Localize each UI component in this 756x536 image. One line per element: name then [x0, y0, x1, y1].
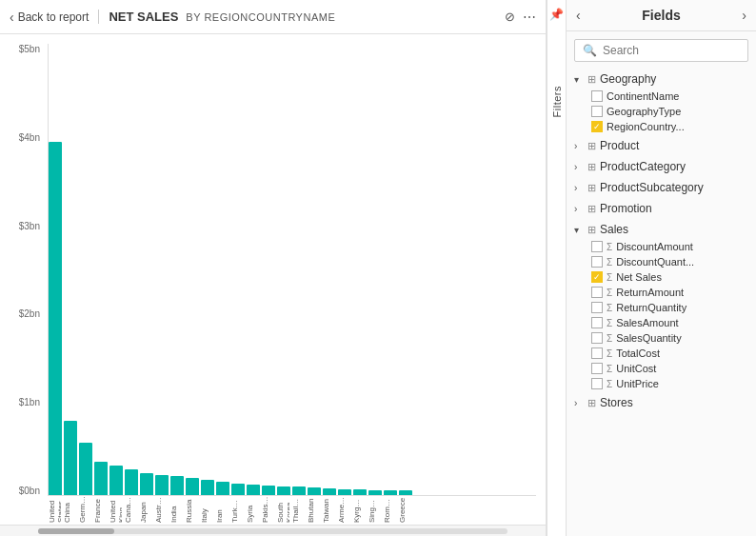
bar-wrapper[interactable] [79, 443, 92, 495]
chevron-icon: › [574, 141, 584, 151]
filters-panel[interactable]: 📌 Filters [547, 0, 566, 536]
bar [323, 488, 336, 495]
table-icon: ⊞ [587, 203, 596, 215]
tree-item[interactable]: ContinentName [584, 89, 756, 104]
item-checkbox[interactable] [591, 302, 603, 313]
bar-wrapper[interactable] [49, 142, 62, 495]
x-axis-label: Russia [185, 496, 198, 523]
item-checkbox[interactable] [591, 256, 603, 268]
y-axis: $5bn$4bn$3bn$2bn$1bn$0bn [10, 44, 44, 496]
tree-item[interactable]: ΣTotalCost [584, 346, 756, 361]
bar [201, 480, 214, 495]
bar-wrapper[interactable] [186, 478, 199, 495]
bar [94, 462, 108, 495]
bar-wrapper[interactable] [201, 480, 214, 495]
tree-group-header[interactable]: ›⊞Promotion [567, 199, 756, 218]
x-axis-label: Germany [78, 496, 91, 523]
tree-group-header[interactable]: ▾⊞Sales [567, 220, 756, 239]
item-checkbox[interactable] [591, 363, 603, 374]
x-axis-label: Singapore [368, 496, 381, 523]
bar-wrapper[interactable] [140, 473, 153, 495]
group-label: Promotion [600, 202, 652, 215]
tree-group-header[interactable]: ›⊞ProductCategory [567, 157, 756, 176]
tree-item[interactable]: ΣUnitPrice [584, 376, 756, 391]
bar-wrapper[interactable] [170, 476, 184, 495]
filter-icon[interactable]: ⊘ [505, 10, 515, 24]
item-checkbox[interactable] [591, 90, 603, 102]
item-checkbox[interactable] [591, 287, 603, 298]
bar-wrapper[interactable] [155, 475, 169, 495]
x-axis-label: Bhutan [307, 496, 320, 523]
bar-wrapper[interactable] [64, 421, 77, 495]
item-checkbox[interactable] [591, 106, 603, 117]
x-axis-label: Syria [246, 496, 259, 523]
bar-wrapper[interactable] [262, 486, 275, 495]
scrollbar-area[interactable] [0, 525, 546, 536]
bar-wrapper[interactable] [353, 489, 367, 495]
chevron-icon: › [574, 162, 584, 172]
bar-wrapper[interactable] [216, 482, 229, 495]
group-label: ProductCategory [600, 160, 686, 173]
back-label: Back to report [18, 10, 90, 24]
tree-group-header[interactable]: ›⊞ProductSubcategory [567, 178, 756, 197]
tree-group: ›⊞ProductCategory [567, 157, 756, 176]
tree-item[interactable]: ΣUnitCost [584, 361, 756, 376]
tree-item[interactable]: ΣSalesAmount [584, 315, 756, 330]
bar [231, 484, 245, 495]
item-label: ReturnAmount [616, 287, 684, 298]
x-axis-label: Japan [139, 496, 152, 523]
item-checkbox[interactable]: ✓ [591, 121, 603, 132]
item-checkbox[interactable] [591, 378, 603, 389]
bar [79, 443, 92, 495]
x-axis-label: United States [48, 496, 61, 523]
tree-item[interactable]: ΣDiscountAmount [584, 239, 756, 254]
x-axis-label: Australia [154, 496, 168, 523]
bar-wrapper[interactable] [94, 462, 108, 495]
item-checkbox[interactable] [591, 241, 603, 252]
item-checkbox[interactable] [591, 332, 603, 344]
tree-group-header[interactable]: ›⊞Product [567, 136, 756, 155]
bar-wrapper[interactable] [368, 490, 382, 495]
bar-wrapper[interactable] [323, 488, 336, 495]
bar-wrapper[interactable] [109, 466, 123, 495]
tree-group-header[interactable]: ▾⊞Geography [567, 69, 756, 89]
bar-wrapper[interactable] [247, 485, 260, 495]
bar-wrapper[interactable] [231, 484, 245, 495]
tree-item[interactable]: GeographyType [584, 104, 756, 119]
more-options-icon[interactable]: ⋯ [523, 10, 536, 25]
left-panel: ‹ Back to report NET SALES BY REGIONCOUN… [0, 0, 547, 536]
tree-items: ΣDiscountAmountΣDiscountQuant...✓ΣNet Sa… [567, 239, 756, 391]
tree-item[interactable]: ✓ΣNet Sales [584, 269, 756, 285]
x-axis-label: Armenia [337, 496, 350, 523]
bar [155, 475, 169, 495]
bar-wrapper[interactable] [308, 487, 321, 495]
tree-item[interactable]: ΣReturnAmount [584, 285, 756, 300]
bar-wrapper[interactable] [277, 486, 290, 495]
tree-item[interactable]: ✓RegionCountry... [584, 119, 756, 134]
bar-wrapper[interactable] [384, 490, 397, 495]
item-checkbox[interactable] [591, 347, 603, 359]
tree-item[interactable]: ΣReturnQuantity [584, 300, 756, 315]
fields-back-button[interactable]: ‹ [576, 8, 581, 23]
tree-group-header[interactable]: ›⊞Stores [567, 393, 756, 412]
item-checkbox[interactable]: ✓ [591, 271, 603, 283]
item-label: SalesQuantity [616, 332, 681, 344]
item-label: DiscountAmount [616, 241, 693, 252]
toolbar-right: ⊘ ⋯ [505, 10, 536, 25]
tree-item[interactable]: ΣDiscountQuant... [584, 254, 756, 269]
item-checkbox[interactable] [591, 317, 603, 328]
search-input[interactable] [603, 44, 740, 57]
bar-wrapper[interactable] [125, 469, 138, 495]
back-button[interactable]: ‹ Back to report [10, 10, 89, 25]
bar-wrapper[interactable] [292, 486, 306, 495]
x-axis-label: Italy [200, 496, 213, 523]
x-axis-label: United Kingdom [109, 496, 122, 523]
bar-wrapper[interactable] [338, 489, 351, 495]
scrollbar-thumb[interactable] [38, 528, 114, 534]
bar [292, 486, 306, 495]
fields-forward-button[interactable]: › [742, 8, 746, 23]
bar-wrapper[interactable] [399, 490, 412, 495]
y-axis-label: $2bn [19, 308, 40, 319]
tree-item[interactable]: ΣSalesQuantity [584, 330, 756, 346]
x-axis-label: Romania [383, 496, 396, 523]
